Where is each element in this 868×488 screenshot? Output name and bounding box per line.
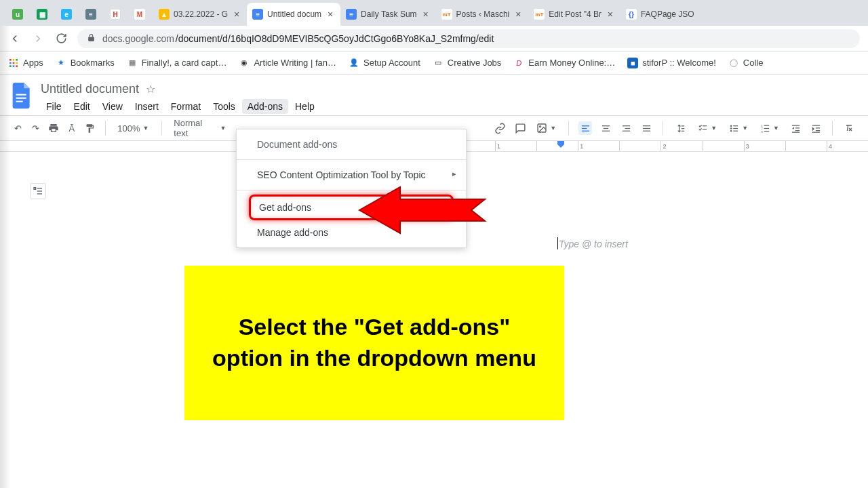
- browser-tab-strip: u ▦ e ≡ H M ▲03.22.2022 - G× ≡Untitled d…: [0, 0, 868, 26]
- menu-format[interactable]: Format: [165, 99, 206, 114]
- document-placeholder[interactable]: Type @ to insert: [559, 239, 628, 249]
- menu-file[interactable]: File: [41, 99, 67, 114]
- bookmark-item[interactable]: ★Bookmarks: [56, 58, 115, 68]
- image-button[interactable]: ▼: [534, 123, 559, 134]
- browser-tab[interactable]: ≡: [80, 3, 104, 26]
- svg-rect-42: [795, 130, 799, 131]
- svg-rect-29: [733, 125, 738, 126]
- svg-rect-11: [16, 101, 23, 102]
- browser-tab[interactable]: H: [104, 3, 129, 26]
- spellcheck-button[interactable]: Ā: [66, 121, 78, 135]
- link-button[interactable]: [493, 121, 507, 135]
- redo-button[interactable]: ↷: [31, 121, 42, 135]
- decrease-indent-button[interactable]: [789, 121, 802, 135]
- clear-format-button[interactable]: [842, 121, 856, 135]
- apps-button[interactable]: Apps: [8, 58, 43, 68]
- close-icon[interactable]: ×: [513, 9, 523, 19]
- bookmark-item[interactable]: ▦Finally!, a card capt…: [127, 58, 227, 68]
- bookmark-item[interactable]: ■stiforP :: Welcome!: [627, 58, 716, 68]
- svg-rect-51: [34, 188, 36, 190]
- document-title[interactable]: Untitled document: [41, 82, 139, 96]
- dropdown-header: Document add-ons: [237, 134, 466, 155]
- line-spacing-button[interactable]: [673, 123, 688, 134]
- svg-rect-48: [812, 131, 819, 132]
- svg-rect-14: [582, 125, 589, 126]
- undo-button[interactable]: ↶: [12, 121, 24, 135]
- close-icon[interactable]: ×: [326, 9, 335, 19]
- svg-rect-33: [733, 130, 738, 131]
- svg-rect-8: [16, 65, 18, 67]
- svg-rect-18: [604, 127, 609, 128]
- browser-tab[interactable]: ▲03.22.2022 - G×: [153, 3, 247, 26]
- svg-marker-57: [359, 187, 485, 233]
- bookmark-item[interactable]: ◉Article Writing | fan…: [239, 58, 336, 68]
- back-button[interactable]: [8, 32, 22, 45]
- svg-point-13: [540, 126, 541, 127]
- bookmark-item[interactable]: ▭Creative Jobs: [433, 58, 501, 68]
- svg-rect-15: [582, 127, 587, 128]
- svg-rect-21: [625, 127, 630, 128]
- browser-tab-active[interactable]: ≡Untitled docum×: [247, 3, 340, 26]
- svg-rect-16: [582, 130, 589, 131]
- svg-rect-1: [13, 59, 15, 61]
- style-select[interactable]: Normal text ▼: [171, 118, 229, 138]
- forward-button[interactable]: [31, 32, 45, 45]
- apps-icon: [8, 58, 19, 68]
- browser-tab[interactable]: mTEdit Post "4 Br×: [528, 3, 620, 26]
- outline-toggle-button[interactable]: [30, 183, 46, 199]
- menu-edit[interactable]: Edit: [68, 99, 96, 114]
- close-icon[interactable]: ×: [606, 9, 615, 19]
- menu-addons[interactable]: Add-ons: [242, 99, 288, 114]
- reload-button[interactable]: [54, 32, 68, 45]
- comment-button[interactable]: [513, 121, 527, 135]
- browser-tab[interactable]: {}FAQPage JSO: [620, 3, 700, 26]
- checklist-button[interactable]: ▼: [695, 123, 719, 134]
- bookmark-item[interactable]: DEarn Money Online:…: [513, 58, 615, 68]
- close-icon[interactable]: ×: [232, 9, 241, 19]
- star-button[interactable]: ☆: [146, 83, 155, 96]
- browser-tab[interactable]: mTPosts ‹ Maschi×: [436, 3, 529, 26]
- bookmarks-bar: Apps ★Bookmarks ▦Finally!, a card capt… …: [0, 52, 868, 75]
- svg-rect-24: [643, 127, 650, 128]
- browser-tab[interactable]: ▦: [31, 3, 56, 26]
- svg-marker-49: [812, 127, 814, 131]
- print-button[interactable]: [48, 121, 60, 135]
- menu-help[interactable]: Help: [290, 99, 320, 114]
- align-center-button[interactable]: [599, 121, 612, 135]
- browser-tab[interactable]: e: [56, 3, 80, 26]
- favicon-icon: ▦: [127, 58, 138, 68]
- bullet-list-button[interactable]: ▼: [726, 123, 751, 134]
- align-right-button[interactable]: [619, 121, 633, 135]
- svg-point-32: [730, 130, 732, 132]
- browser-tab[interactable]: ≡Daily Task Sum×: [340, 3, 435, 26]
- favicon-icon: ◯: [728, 58, 739, 68]
- svg-rect-10: [16, 98, 26, 99]
- browser-tab[interactable]: M: [129, 3, 153, 26]
- menu-view[interactable]: View: [97, 99, 128, 114]
- browser-tab[interactable]: u: [7, 3, 31, 26]
- docs-logo-icon[interactable]: [9, 80, 34, 113]
- svg-rect-6: [9, 65, 12, 67]
- url-field[interactable]: docs.google.com/document/d/16bqIO8dD9MEV…: [77, 29, 860, 48]
- menu-insert[interactable]: Insert: [130, 99, 164, 114]
- svg-rect-5: [16, 62, 18, 64]
- svg-rect-31: [733, 127, 738, 128]
- zoom-select[interactable]: 100% ▼: [115, 123, 151, 134]
- svg-point-30: [730, 127, 732, 129]
- format-paint-button[interactable]: [84, 121, 96, 135]
- svg-rect-17: [602, 125, 610, 126]
- increase-indent-button[interactable]: [809, 121, 823, 135]
- align-left-button[interactable]: [578, 121, 592, 135]
- menu-tools[interactable]: Tools: [208, 99, 241, 114]
- svg-rect-20: [623, 125, 630, 126]
- indent-marker-icon[interactable]: [557, 141, 564, 148]
- number-list-button[interactable]: 123▼: [757, 123, 782, 134]
- svg-marker-44: [791, 127, 793, 129]
- menu-bar: File Edit View Insert Format Tools Add-o…: [41, 98, 320, 115]
- bookmark-item[interactable]: 👤Setup Account: [349, 58, 420, 68]
- close-icon[interactable]: ×: [421, 9, 431, 19]
- bookmark-item[interactable]: ◯Colle: [728, 58, 764, 68]
- align-justify-button[interactable]: [639, 121, 653, 135]
- svg-rect-9: [16, 94, 26, 96]
- chevron-down-icon: ▼: [143, 125, 149, 131]
